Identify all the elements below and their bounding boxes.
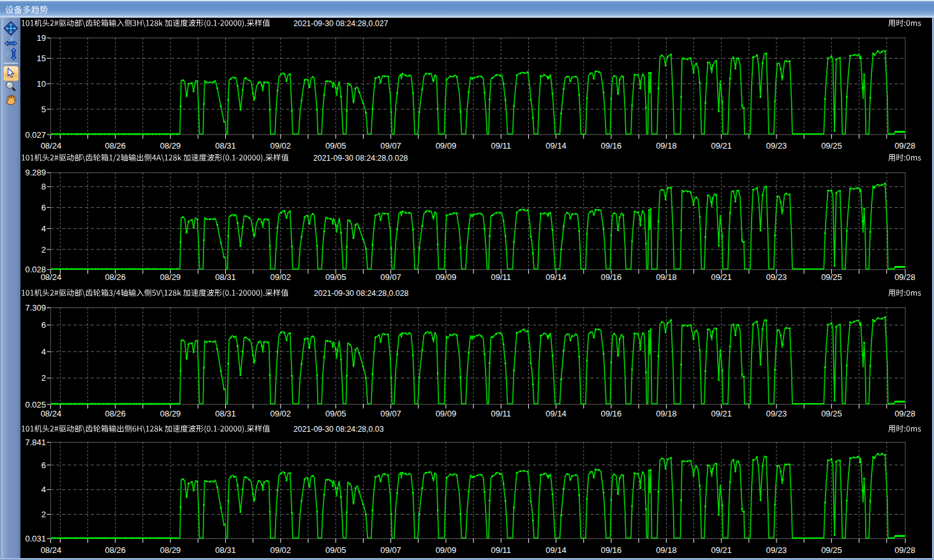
svg-text:09/28: 09/28 [894, 141, 915, 151]
svg-text:Y: Y [6, 50, 10, 57]
svg-text:09/14: 09/14 [545, 272, 567, 282]
svg-text:09/25: 09/25 [821, 409, 842, 418]
svg-text:08/29: 08/29 [160, 141, 181, 151]
svg-text:09/09: 09/09 [436, 141, 457, 151]
svg-text:08/26: 08/26 [105, 545, 126, 555]
svg-text:2021-09-30 08:24:28,0.028: 2021-09-30 08:24:28,0.028 [314, 289, 409, 298]
svg-text:08/26: 08/26 [105, 409, 126, 418]
svg-text:09/18: 09/18 [656, 272, 677, 282]
svg-text:09/09: 09/09 [436, 272, 457, 282]
svg-text:09/16: 09/16 [601, 409, 622, 418]
svg-text:09/28: 09/28 [894, 545, 915, 555]
svg-text:9.289: 9.289 [25, 168, 46, 177]
svg-text:10: 10 [37, 79, 46, 89]
svg-text:8: 8 [41, 182, 46, 191]
svg-text:09/02: 09/02 [271, 545, 292, 555]
svg-text:2: 2 [41, 373, 46, 383]
svg-text:08/29: 08/29 [160, 272, 181, 282]
svg-text:09/28: 09/28 [894, 272, 915, 282]
svg-text:09/21: 09/21 [711, 409, 732, 418]
svg-text:09/05: 09/05 [325, 409, 346, 418]
svg-text:09/09: 09/09 [436, 545, 457, 555]
svg-text:09/23: 09/23 [766, 141, 787, 151]
svg-text:09/16: 09/16 [601, 272, 622, 282]
svg-text:4: 4 [41, 224, 46, 233]
svg-text:09/14: 09/14 [545, 141, 567, 151]
svg-text:7.841: 7.841 [25, 438, 46, 447]
svg-text:09/07: 09/07 [380, 272, 401, 282]
svg-text:09/21: 09/21 [711, 545, 732, 555]
svg-text:6: 6 [41, 461, 46, 470]
svg-text:08/26: 08/26 [105, 272, 126, 282]
svg-text:09/07: 09/07 [380, 141, 401, 151]
svg-text:2021-09-30 08:24:28,0.028: 2021-09-30 08:24:28,0.028 [313, 154, 408, 163]
svg-text:2: 2 [41, 510, 46, 519]
svg-text:2021-09-30 08:24:28,0.027: 2021-09-30 08:24:28,0.027 [293, 19, 389, 28]
svg-text:09/02: 09/02 [271, 409, 292, 418]
svg-text:09/14: 09/14 [545, 545, 567, 555]
svg-text:19: 19 [37, 33, 46, 43]
svg-text:08/31: 08/31 [215, 141, 236, 151]
svg-text:09/21: 09/21 [711, 272, 732, 282]
svg-text:6: 6 [41, 203, 46, 212]
svg-text:09/11: 09/11 [491, 409, 512, 418]
svg-text:X: X [10, 35, 14, 42]
svg-text:7.309: 7.309 [25, 303, 46, 313]
svg-text:4: 4 [41, 485, 46, 494]
svg-text:09/21: 09/21 [711, 141, 732, 151]
svg-text:09/18: 09/18 [656, 409, 677, 418]
svg-text:08/31: 08/31 [215, 272, 236, 282]
svg-text:08/29: 08/29 [160, 409, 181, 418]
svg-text:09/07: 09/07 [380, 409, 401, 418]
svg-text:09/02: 09/02 [271, 272, 292, 282]
svg-text:5: 5 [41, 105, 46, 114]
svg-text:09/16: 09/16 [601, 545, 622, 555]
svg-text:2: 2 [41, 245, 46, 254]
svg-text:09/18: 09/18 [656, 141, 677, 151]
svg-text:09/11: 09/11 [491, 272, 512, 282]
svg-text:08/29: 08/29 [160, 545, 181, 555]
svg-text:09/25: 09/25 [821, 141, 842, 151]
svg-text:08/24: 08/24 [41, 409, 62, 418]
svg-text:09/11: 09/11 [491, 141, 512, 151]
svg-text:09/18: 09/18 [656, 545, 677, 555]
svg-text:08/31: 08/31 [215, 545, 236, 555]
svg-text:09/09: 09/09 [436, 409, 457, 418]
svg-text:15: 15 [37, 54, 46, 63]
svg-text:09/28: 09/28 [894, 409, 915, 418]
svg-text:09/02: 09/02 [271, 141, 292, 151]
svg-text:09/23: 09/23 [766, 272, 787, 282]
svg-text:08/24: 08/24 [41, 272, 62, 282]
svg-text:09/23: 09/23 [766, 545, 787, 555]
svg-text:09/25: 09/25 [821, 545, 842, 555]
svg-text:09/05: 09/05 [325, 141, 346, 151]
svg-text:09/05: 09/05 [325, 272, 346, 282]
svg-text:0.031: 0.031 [25, 534, 46, 543]
svg-text:08/31: 08/31 [215, 409, 236, 418]
svg-text:09/25: 09/25 [821, 272, 842, 282]
svg-text:08/24: 08/24 [41, 141, 62, 151]
svg-text:08/24: 08/24 [41, 545, 62, 555]
svg-text:0.027: 0.027 [25, 130, 46, 140]
svg-text:4: 4 [41, 347, 46, 357]
svg-text:09/14: 09/14 [545, 409, 567, 418]
svg-text:09/07: 09/07 [380, 545, 401, 555]
svg-text:09/11: 09/11 [491, 545, 512, 555]
svg-text:09/23: 09/23 [766, 409, 787, 418]
svg-text:6: 6 [41, 320, 46, 330]
svg-text:2021-09-30 08:24:28,0.03: 2021-09-30 08:24:28,0.03 [293, 425, 384, 434]
svg-text:0.025: 0.025 [25, 400, 46, 409]
svg-text:08/26: 08/26 [105, 141, 126, 151]
svg-text:09/16: 09/16 [601, 141, 622, 151]
svg-text:09/05: 09/05 [325, 545, 346, 555]
